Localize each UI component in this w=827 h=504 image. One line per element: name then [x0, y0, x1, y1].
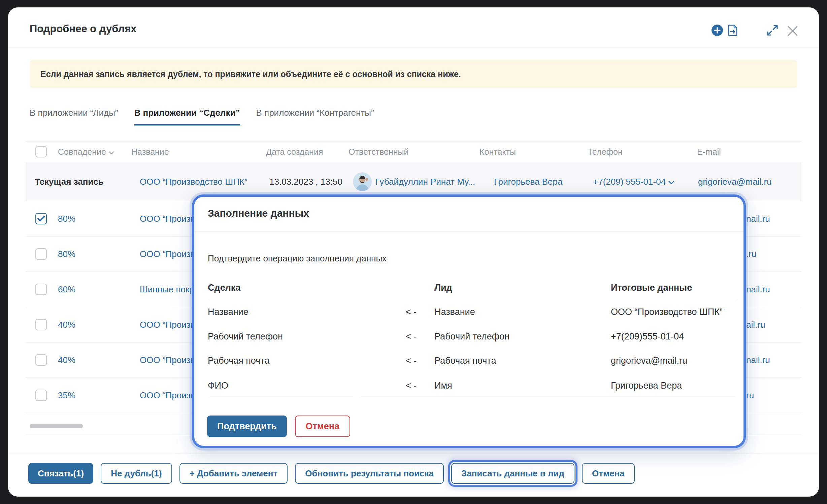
row-checkbox[interactable]	[35, 248, 47, 260]
not-duplicate-button[interactable]: Не дубль(1)	[101, 463, 172, 484]
row-checkbox[interactable]	[35, 319, 47, 330]
column-header-created: Дата создания	[266, 147, 323, 157]
map-arrow: < -	[406, 307, 417, 317]
modal-header-divider	[194, 231, 743, 232]
company-name-link[interactable]: ООО “Произв	[140, 214, 195, 224]
add-element-button[interactable]: + Добавить элемент	[179, 463, 288, 484]
refresh-search-results-button[interactable]: Обновить результаты поиска	[295, 463, 444, 484]
modal-table-header-divider	[208, 299, 737, 299]
match-percent-link[interactable]: 40%	[58, 320, 75, 330]
company-name-link[interactable]: ООО “Произв	[140, 320, 195, 330]
screen-background: Подробнее о дублях Если данная запись яв…	[0, 0, 827, 504]
link-button[interactable]: Связать(1)	[28, 463, 93, 484]
column-header-email: E-mail	[697, 147, 721, 157]
footer-divider	[8, 454, 819, 454]
map-arrow: < -	[406, 356, 417, 366]
tab-counterparties[interactable]: В приложении “Контрагенты”	[256, 108, 374, 125]
deal-field: Рабочий телефон	[208, 331, 283, 342]
avatar	[353, 172, 372, 191]
responsible-link[interactable]: Губайдуллин Ринат Му...	[375, 176, 475, 187]
lead-field: Рабочий телефон	[434, 331, 509, 342]
company-name-link[interactable]: Шинные покр	[140, 284, 194, 295]
export-document-icon[interactable]	[727, 24, 738, 38]
modal-table-bottom-divider	[208, 398, 353, 398]
email-link[interactable]: grigorieva@mail.ru	[698, 176, 772, 187]
select-all-checkbox[interactable]	[35, 146, 47, 157]
phone-link[interactable]: +7(209) 555-01-04	[593, 176, 666, 186]
header-divider	[8, 47, 819, 47]
company-name-link[interactable]: ООО “Производство ШПК”	[140, 176, 247, 187]
map-arrow: < -	[406, 331, 417, 342]
info-banner: Если данная запись является дублем, то п…	[30, 60, 797, 88]
result-value: Григорьева Вера	[611, 381, 682, 391]
add-icon[interactable]	[711, 24, 723, 38]
modal-column-result: Итоговые данные	[611, 283, 692, 293]
modal-column-lead: Лид	[434, 283, 452, 293]
modal-actions: Подтвердить Отмена	[207, 416, 350, 437]
dialog-title: Подробнее о дублях	[30, 23, 137, 35]
confirm-button[interactable]: Подтвердить	[207, 416, 287, 437]
company-name-link[interactable]: ООО “Произв	[140, 355, 195, 365]
email-link[interactable]: ru	[746, 390, 754, 401]
duplicates-dialog: Подробнее о дублях Если данная запись яв…	[8, 7, 819, 497]
tab-deals[interactable]: В приложении “Сделки”	[134, 108, 240, 125]
deal-field: ФИО	[208, 381, 228, 391]
modal-subtitle: Подтвердите операцию заполнения данных	[208, 253, 387, 264]
created-date: 13.03.2023 , 13:50	[269, 176, 342, 187]
column-header-name: Название	[131, 147, 169, 157]
info-banner-text: Если данная запись является дублем, то п…	[40, 69, 461, 79]
email-link[interactable]: .ru	[746, 249, 756, 259]
cancel-button[interactable]: Отмена	[582, 463, 635, 484]
email-link[interactable]: nail.ru	[746, 284, 770, 295]
email-link[interactable]: nail.ru	[746, 214, 770, 224]
row-checkbox[interactable]	[35, 284, 47, 295]
deal-field: Название	[208, 307, 249, 317]
company-name-link[interactable]: ООО “Произв	[140, 249, 195, 259]
match-percent-link[interactable]: 35%	[58, 390, 75, 401]
match-percent-link[interactable]: 40%	[58, 355, 75, 365]
modal-cancel-button[interactable]: Отмена	[295, 416, 351, 437]
modal-column-deal: Сделка	[208, 283, 240, 293]
deal-field: Рабочая почта	[208, 356, 269, 366]
horizontal-scrollbar-thumb[interactable]	[30, 424, 83, 428]
email-link[interactable]: nail.ru	[746, 355, 770, 365]
company-name-link[interactable]: ООО “Произв	[140, 390, 195, 401]
expand-icon[interactable]	[766, 24, 779, 38]
modal-title: Заполнение данных	[208, 208, 309, 219]
app-tabs: В приложении “Лиды” В приложении “Сделки…	[30, 108, 374, 125]
phone-chevron-down-icon[interactable]	[668, 176, 674, 187]
contact-link[interactable]: Григорьева Вера	[494, 176, 562, 187]
result-value: +7(209)555-01-04	[611, 331, 684, 342]
tab-leads[interactable]: В приложении “Лиды”	[30, 108, 118, 125]
fill-data-modal: Заполнение данных Подтвердите операцию з…	[192, 194, 746, 448]
match-percent-link[interactable]: 60%	[58, 284, 75, 295]
sort-chevron-down-icon[interactable]	[109, 147, 114, 157]
column-header-phone: Телефон	[588, 147, 623, 157]
map-arrow: < -	[406, 381, 417, 391]
result-value: grigorieva@mail.ru	[611, 356, 687, 366]
row-checkbox-checked[interactable]	[35, 213, 47, 224]
column-header-contacts: Контакты	[479, 147, 516, 157]
lead-field: Название	[434, 307, 475, 317]
row-checkbox[interactable]	[35, 354, 47, 366]
close-icon[interactable]	[787, 25, 799, 38]
column-header-match[interactable]: Совпадение	[58, 147, 114, 157]
modal-table-bottom-divider	[359, 398, 737, 398]
current-record-label: Текущая запись	[35, 176, 104, 187]
column-header-responsible: Ответственный	[349, 147, 409, 157]
table-header-row: Совпадение Название Дата создания Ответс…	[26, 141, 801, 162]
result-value: ООО “Производство ШПК”	[611, 307, 723, 317]
lead-field: Рабочая почта	[434, 356, 496, 366]
email-link[interactable]: ail.ru	[746, 320, 765, 330]
write-data-to-lead-button[interactable]: Записать данные в лид	[451, 463, 574, 484]
footer-actions: Связать(1) Не дубль(1) + Добавить элемен…	[28, 463, 635, 484]
match-percent-link[interactable]: 80%	[58, 249, 75, 259]
row-checkbox[interactable]	[35, 390, 47, 401]
phone-cell: +7(209) 555-01-04	[593, 176, 674, 187]
match-percent-link[interactable]: 80%	[58, 214, 75, 224]
lead-field: Имя	[434, 381, 452, 391]
